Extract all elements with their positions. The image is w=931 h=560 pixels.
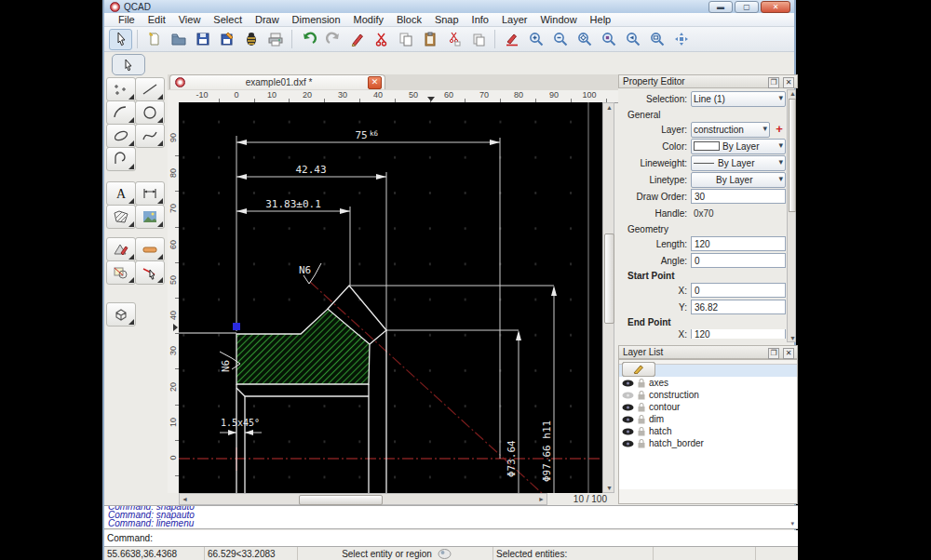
previous-view-icon[interactable] (621, 29, 644, 50)
image-tool-icon[interactable] (135, 205, 165, 229)
command-history[interactable]: Command: snapauto Command: snapauto Comm… (104, 505, 798, 529)
hatch-tool-icon[interactable] (106, 205, 136, 229)
minimize-button[interactable]: ▬ (708, 1, 733, 13)
end-x-input[interactable]: 120 (691, 329, 786, 339)
float-panel-icon[interactable]: ❐ (768, 77, 779, 88)
zoom-window-icon[interactable] (645, 29, 668, 50)
zoom-in-icon[interactable] (524, 29, 547, 50)
layer-row[interactable]: dim (619, 413, 797, 425)
edit-pencil-icon[interactable] (345, 29, 369, 50)
ellipse-tools-icon[interactable] (106, 124, 136, 148)
history-scroll-icon[interactable]: ▾ (790, 520, 794, 527)
start-x-input[interactable]: 0 (691, 283, 786, 298)
layer-visible-icon[interactable] (622, 428, 634, 435)
auto-zoom-icon[interactable] (573, 29, 596, 50)
canvas-vertical-scrollbar[interactable]: ▲▼ (602, 102, 614, 493)
menu-edit[interactable]: Edit (142, 13, 172, 26)
close-panel-icon[interactable]: ✕ (783, 77, 794, 88)
layer-row[interactable]: contour (619, 401, 797, 413)
trim-tools-icon[interactable] (135, 237, 165, 261)
color-combobox[interactable]: By Layer▾ (691, 139, 786, 154)
layer-visible-icon[interactable] (622, 440, 634, 447)
arc-tools-icon[interactable] (106, 100, 136, 125)
property-editor-scroll-thumb[interactable] (789, 99, 796, 212)
length-input[interactable]: 120 (691, 236, 786, 251)
menu-modify[interactable]: Modify (347, 13, 390, 26)
part-contour[interactable] (236, 286, 386, 493)
selection-grip[interactable] (233, 323, 240, 330)
close-button[interactable]: ✕ (761, 1, 790, 13)
open-file-icon[interactable] (167, 29, 190, 50)
pan-pencil-icon[interactable] (500, 29, 523, 50)
paste-with-reference-icon[interactable] (466, 29, 490, 50)
copy-icon[interactable] (394, 29, 417, 50)
zoom-redraw-icon[interactable] (597, 29, 620, 50)
redo-icon[interactable] (321, 29, 344, 50)
title-bar[interactable]: QCAD ▬ ▢ ✕ (104, 0, 794, 13)
drawing-preferences-icon[interactable] (239, 29, 263, 50)
zoom-out-icon[interactable] (548, 29, 572, 50)
linetype-combobox[interactable]: By Layer▾ (691, 172, 786, 188)
point-tools-icon[interactable] (106, 77, 136, 101)
menu-dimension[interactable]: Dimension (286, 13, 347, 26)
selection-pointer-icon[interactable] (109, 29, 132, 50)
angle-input[interactable]: 0 (691, 253, 786, 268)
palette-selection-pointer[interactable] (112, 54, 145, 75)
cut-icon[interactable] (370, 29, 393, 50)
layer-row[interactable]: axes (619, 377, 797, 389)
save-as-icon[interactable] (215, 29, 238, 50)
new-file-icon[interactable] (142, 29, 166, 50)
line-tools-icon[interactable] (135, 77, 165, 101)
paste-icon[interactable] (418, 29, 441, 50)
layer-hidden-icon[interactable] (622, 392, 634, 399)
menu-window[interactable]: Window (533, 13, 583, 26)
menu-view[interactable]: View (172, 13, 208, 26)
modify-tools-icon[interactable] (106, 237, 136, 261)
horizontal-scroll-thumb[interactable] (299, 495, 383, 505)
block-tools-icon[interactable] (106, 260, 136, 285)
circle-tools-icon[interactable] (135, 100, 165, 125)
cut-with-reference-icon[interactable] (442, 29, 466, 50)
menu-snap[interactable]: Snap (428, 13, 466, 26)
layer-lock-icon[interactable] (638, 391, 645, 400)
menu-help[interactable]: Help (584, 13, 618, 26)
hatch-area[interactable] (236, 309, 370, 384)
selection-combobox[interactable]: Line (1)▾ (691, 91, 786, 107)
layer-lock-icon[interactable] (638, 379, 645, 388)
layer-lock-icon[interactable] (638, 439, 645, 448)
edit-layer-button[interactable] (622, 362, 655, 377)
layer-visible-icon[interactable] (622, 380, 634, 387)
save-icon[interactable] (191, 29, 214, 50)
lineweight-combobox[interactable]: By Layer▾ (691, 155, 786, 171)
layer-visible-icon[interactable] (622, 416, 634, 423)
menu-file[interactable]: File (112, 13, 142, 26)
layer-combobox[interactable]: construction▾ (691, 122, 770, 138)
float-panel-icon[interactable]: ❐ (768, 348, 779, 359)
document-tab[interactable]: example01.dxf * ✕ (169, 74, 385, 89)
add-layer-button[interactable]: + (773, 123, 786, 136)
layer-lock-icon[interactable] (638, 403, 645, 412)
tab-close-icon[interactable]: ✕ (368, 76, 382, 89)
edit-tools-icon[interactable] (135, 260, 165, 285)
pan-view-icon[interactable] (669, 29, 693, 50)
spline-tools-icon[interactable] (135, 124, 165, 148)
layer-lock-icon[interactable] (638, 415, 645, 424)
menu-info[interactable]: Info (466, 13, 495, 26)
close-panel-icon[interactable]: ✕ (783, 348, 794, 359)
layer-row[interactable]: hatch (619, 425, 797, 437)
menu-draw[interactable]: Draw (249, 13, 286, 26)
canvas-horizontal-scrollbar[interactable]: ◄► (179, 493, 547, 505)
menu-layer[interactable]: Layer (495, 13, 534, 26)
command-input[interactable] (153, 531, 798, 545)
layer-lock-icon[interactable] (638, 427, 645, 436)
menu-select[interactable]: Select (207, 13, 249, 26)
layer-row[interactable]: construction (619, 389, 797, 401)
dimension-tools-icon[interactable] (135, 181, 165, 206)
drawing-canvas[interactable]: 75 k6 42.43 31.83±0.1 1.5x45° Φ73.64 Φ97… (179, 102, 602, 493)
solid-tools-icon[interactable] (106, 302, 136, 327)
maximize-button[interactable]: ▢ (735, 1, 759, 13)
vertical-scroll-thumb[interactable] (604, 233, 614, 324)
polyline-tools-icon[interactable] (106, 147, 136, 171)
text-tool-icon[interactable]: A (106, 181, 136, 206)
start-y-input[interactable]: 36.82 (691, 300, 786, 314)
